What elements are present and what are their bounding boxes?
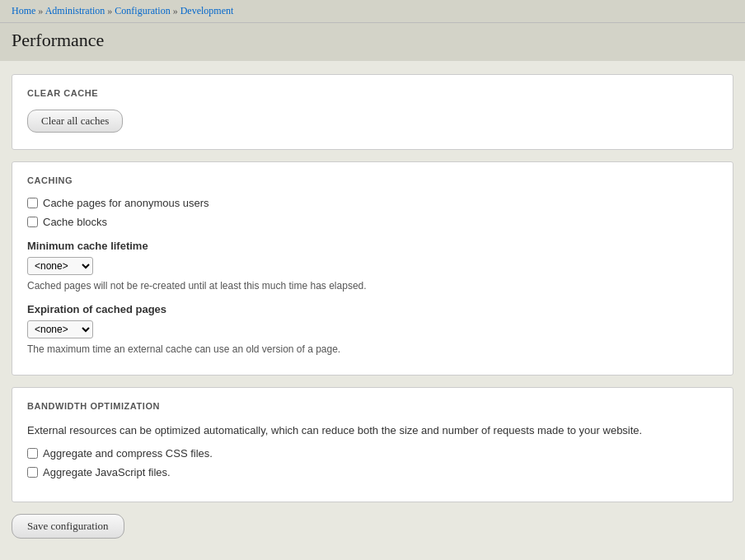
save-section: Save configuration: [12, 514, 733, 539]
cache-anonymous-row: Cache pages for anonymous users: [27, 197, 718, 209]
cache-anonymous-checkbox[interactable]: [27, 198, 38, 208]
min-cache-lifetime-label: Minimum cache lifetime: [27, 240, 718, 252]
expiration-description: The maximum time an external cache can u…: [27, 343, 718, 355]
clear-cache-title: CLEAR CACHE: [27, 88, 718, 98]
clear-cache-section: CLEAR CACHE Clear all caches: [12, 74, 733, 150]
breadcrumb-bar: Home » Administration » Configuration » …: [0, 0, 745, 23]
caching-title: CACHING: [27, 175, 718, 185]
save-configuration-button[interactable]: Save configuration: [12, 514, 124, 539]
min-cache-lifetime-group: Minimum cache lifetime <none> 1 min 3 mi…: [27, 240, 718, 292]
page-header: Performance: [0, 23, 745, 61]
expiration-label: Expiration of cached pages: [27, 303, 718, 315]
bandwidth-title: BANDWIDTH OPTIMIZATION: [27, 401, 718, 411]
aggregate-js-row: Aggregate JavaScript files.: [27, 466, 718, 478]
breadcrumb-configuration[interactable]: Configuration: [115, 5, 170, 16]
main-content: CLEAR CACHE Clear all caches CACHING Cac…: [0, 61, 745, 552]
breadcrumb-administration[interactable]: Administration: [45, 5, 105, 16]
cache-anonymous-label: Cache pages for anonymous users: [43, 197, 209, 209]
breadcrumb-development[interactable]: Development: [180, 5, 234, 16]
cache-blocks-checkbox[interactable]: [27, 217, 38, 227]
expiration-select-wrapper: <none> 1 min 3 min 5 min 10 min 15 min 3…: [27, 320, 718, 338]
bandwidth-section: BANDWIDTH OPTIMIZATION External resource…: [12, 387, 733, 502]
min-cache-lifetime-select[interactable]: <none> 1 min 3 min 5 min 10 min 15 min 3…: [27, 257, 93, 275]
caching-section: CACHING Cache pages for anonymous users …: [12, 161, 733, 376]
aggregate-css-checkbox[interactable]: [27, 448, 38, 459]
clear-all-caches-button[interactable]: Clear all caches: [27, 110, 123, 133]
aggregate-css-label: Aggregate and compress CSS files.: [43, 447, 213, 460]
expiration-group: Expiration of cached pages <none> 1 min …: [27, 303, 718, 355]
aggregate-css-row: Aggregate and compress CSS files.: [27, 447, 718, 460]
cache-blocks-row: Cache blocks: [27, 216, 718, 228]
min-cache-lifetime-description: Cached pages will not be re-created unti…: [27, 280, 718, 292]
cache-blocks-label: Cache blocks: [43, 216, 107, 228]
aggregate-js-checkbox[interactable]: [27, 467, 38, 478]
min-cache-lifetime-select-wrapper: <none> 1 min 3 min 5 min 10 min 15 min 3…: [27, 257, 718, 275]
expiration-select[interactable]: <none> 1 min 3 min 5 min 10 min 15 min 3…: [27, 320, 93, 338]
breadcrumb-home[interactable]: Home: [12, 5, 35, 16]
page-title: Performance: [12, 30, 733, 51]
bandwidth-description: External resources can be optimized auto…: [27, 422, 718, 439]
aggregate-js-label: Aggregate JavaScript files.: [43, 466, 171, 478]
